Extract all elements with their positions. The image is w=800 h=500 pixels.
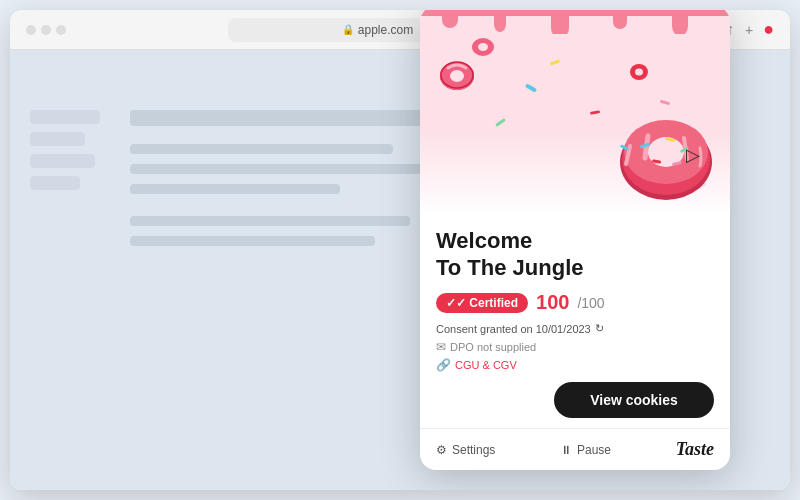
svg-rect-8: [613, 14, 627, 22]
settings-icon: ⚙: [436, 443, 447, 457]
close-dot: [26, 25, 36, 35]
svg-rect-4: [494, 14, 506, 24]
svg-point-18: [635, 69, 643, 76]
dpo-line: ✉ DPO not supplied: [436, 340, 714, 354]
new-tab-icon[interactable]: +: [745, 22, 753, 38]
minimize-dot: [41, 25, 51, 35]
cgu-label: CGU & CGV: [455, 359, 517, 371]
refresh-icon: ↻: [595, 322, 604, 335]
lock-icon: 🔒: [342, 24, 354, 35]
pause-label: Pause: [577, 443, 611, 457]
browser-action-buttons: ⬆ + ●: [723, 19, 774, 40]
pause-button[interactable]: ⏸ Pause: [560, 443, 611, 457]
sprinkle-red-1: [590, 110, 600, 115]
popup-body: Welcome To The Jungle ✓ ✓ Certified 100/…: [420, 216, 730, 428]
popup-header: ▷: [420, 10, 730, 216]
url-text: apple.com: [358, 23, 413, 37]
svg-rect-2: [442, 14, 458, 20]
consent-popup: ▷ Welcome To The Jungle ✓ ✓ Certified 10…: [420, 10, 730, 470]
score-total: /100: [577, 295, 604, 311]
browser-content: ▷ Welcome To The Jungle ✓ ✓ Certified 10…: [10, 50, 790, 490]
blur-sidebar: [30, 110, 110, 190]
popup-title: Welcome To The Jungle: [436, 228, 714, 281]
popup-badges: ✓ ✓ Certified 100/100: [436, 291, 714, 314]
cgu-line[interactable]: 🔗 CGU & CGV: [436, 358, 714, 372]
donut-main: [610, 96, 720, 206]
svg-point-13: [450, 70, 464, 82]
cursor-icon: ▷: [686, 144, 700, 166]
drip-decoration: [420, 10, 730, 34]
fullscreen-dot: [56, 25, 66, 35]
consent-date: Consent granted on 10/01/2023 ↻: [436, 322, 714, 335]
dpo-label: DPO not supplied: [450, 341, 536, 353]
svg-point-16: [478, 43, 488, 51]
svg-rect-6: [551, 14, 569, 28]
check-icon: ✓: [446, 296, 456, 310]
browser-window: 🔒 apple.com ⟳ ⬆ + ●: [10, 10, 790, 490]
sprinkle-blue-1: [525, 83, 537, 92]
consent-label: Consent granted on 10/01/2023: [436, 323, 591, 335]
taste-logo: Taste: [676, 439, 714, 460]
view-cookies-button[interactable]: View cookies: [554, 382, 714, 418]
cookies-row: View cookies: [436, 382, 714, 418]
donut-small-1: [438, 56, 476, 94]
svg-rect-10: [672, 14, 688, 26]
sprinkle-yellow-1: [550, 60, 560, 66]
profile-icon[interactable]: ●: [763, 19, 774, 40]
certified-badge: ✓ ✓ Certified: [436, 293, 528, 313]
sprinkle-green-1: [495, 118, 506, 127]
settings-button[interactable]: ⚙ Settings: [436, 443, 495, 457]
donut-small-3: [628, 61, 650, 83]
score-value: 100: [536, 291, 569, 314]
pause-icon: ⏸: [560, 443, 572, 457]
donut-small-2: [470, 34, 496, 60]
settings-label: Settings: [452, 443, 495, 457]
popup-footer: ⚙ Settings ⏸ Pause Taste: [420, 428, 730, 470]
browser-window-controls: [26, 25, 66, 35]
